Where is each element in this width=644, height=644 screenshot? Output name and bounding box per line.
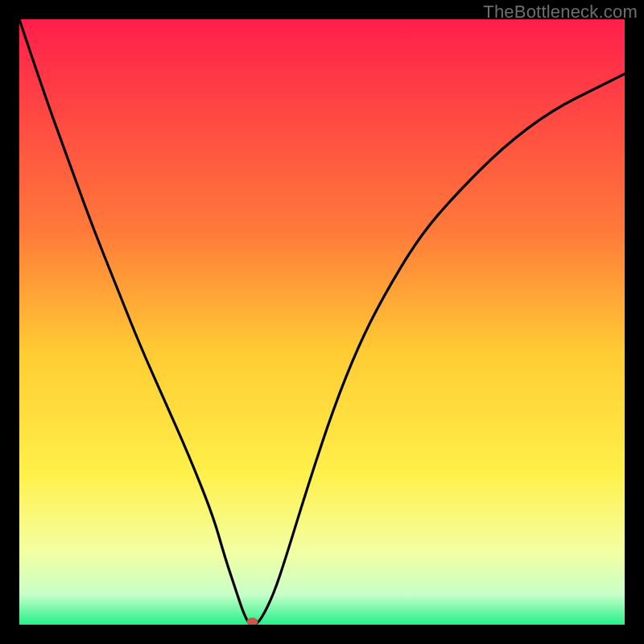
- chart-frame: [19, 19, 625, 625]
- watermark-text: TheBottleneck.com: [483, 2, 638, 23]
- bottleneck-chart: [19, 19, 625, 625]
- gradient-background: [19, 19, 625, 625]
